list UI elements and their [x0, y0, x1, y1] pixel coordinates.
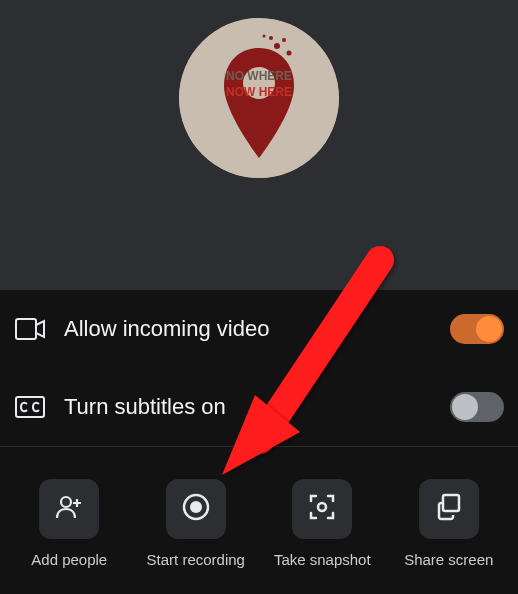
svg-point-6 — [263, 35, 266, 38]
svg-rect-10 — [16, 319, 36, 339]
action-share-screen: Share screen — [386, 479, 513, 568]
svg-point-14 — [190, 501, 202, 513]
svg-text:NO WHERE: NO WHERE — [226, 69, 292, 83]
action-label: Take snapshot — [274, 551, 371, 568]
share-screen-button[interactable] — [419, 479, 479, 539]
toggle-allow-video[interactable] — [450, 314, 504, 344]
svg-point-7 — [278, 57, 281, 60]
start-recording-button[interactable] — [166, 479, 226, 539]
option-subtitles[interactable]: Turn subtitles on — [14, 368, 504, 446]
action-add-people: Add people — [6, 479, 133, 568]
cc-icon — [14, 391, 46, 423]
options-panel: Allow incoming video Turn subtitles on — [0, 290, 518, 447]
action-label: Add people — [31, 551, 107, 568]
svg-point-4 — [269, 36, 273, 40]
record-icon — [180, 491, 212, 527]
svg-point-15 — [318, 503, 326, 511]
person-add-icon — [53, 491, 85, 527]
action-start-recording: Start recording — [133, 479, 260, 568]
action-take-snapshot: Take snapshot — [259, 479, 386, 568]
option-allow-video[interactable]: Allow incoming video — [14, 290, 504, 368]
action-label: Start recording — [147, 551, 245, 568]
svg-point-5 — [287, 51, 292, 56]
svg-point-2 — [274, 43, 280, 49]
avatar: NO WHERE NOW HERE — [179, 18, 339, 178]
svg-text:NOW HERE: NOW HERE — [226, 85, 292, 99]
svg-point-12 — [61, 497, 71, 507]
option-label: Allow incoming video — [64, 316, 432, 342]
video-icon — [14, 313, 46, 345]
action-bar: Add people Start recording — [0, 447, 518, 594]
action-label: Share screen — [404, 551, 493, 568]
toggle-subtitles[interactable] — [450, 392, 504, 422]
option-label: Turn subtitles on — [64, 394, 432, 420]
svg-rect-16 — [443, 495, 459, 511]
avatar-image: NO WHERE NOW HERE — [179, 18, 339, 178]
add-people-button[interactable] — [39, 479, 99, 539]
snapshot-icon — [306, 491, 338, 527]
share-screen-icon — [433, 491, 465, 527]
take-snapshot-button[interactable] — [292, 479, 352, 539]
video-area: NO WHERE NOW HERE — [0, 0, 518, 290]
svg-point-3 — [282, 38, 286, 42]
